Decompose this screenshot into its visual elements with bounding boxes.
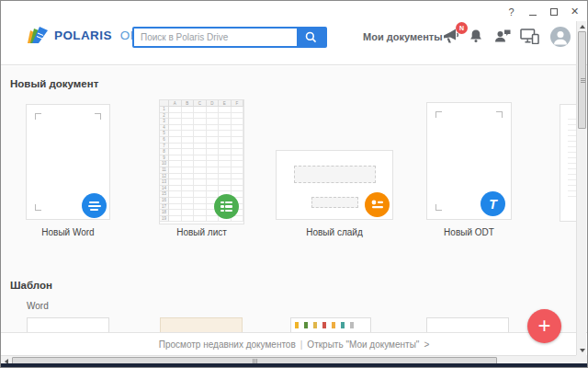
devices-icon [520,29,539,44]
bell-icon [469,29,483,43]
slide-icon [365,192,390,217]
corner-mark [496,111,503,118]
polaris-fan-icon [25,25,49,45]
open-my-documents-link[interactable]: Открыть "Мои документы" [307,339,419,350]
footer-separator: | [300,339,303,350]
template-decor-icons [295,322,354,328]
new-slide-card[interactable] [276,150,393,220]
new-document-section-title: Новый документ [10,78,98,89]
slide-subtitle-placeholder [311,197,358,208]
footer-bar: Просмотр недавних документов | Открыть "… [1,332,587,355]
maximize-icon [550,8,558,16]
slide-title-placeholder [294,166,376,183]
help-button[interactable]: ? [504,5,518,18]
scroll-down-button[interactable] [577,345,587,355]
my-documents-link[interactable]: Мои документы [363,31,443,42]
recent-documents-link[interactable]: Просмотр недавних документов [159,339,296,350]
add-document-fab[interactable]: + [527,309,561,343]
corner-mark [35,204,41,211]
template-category-label: Word [27,301,49,311]
minimize-button[interactable] [526,5,539,18]
contacts-button[interactable] [494,29,511,47]
new-sheet-card[interactable]: ABCDEF12345678910111213141516171819 [159,99,244,224]
new-word-label[interactable]: Новый Word [26,227,110,237]
app-window: ? ✕ POLARIS OFFICE Мои доку [0,0,588,368]
template-section-title: Шаблон [10,280,52,291]
maximize-button[interactable] [547,5,560,18]
corner-mark [435,111,442,118]
scroll-up-button[interactable] [577,21,587,31]
search-box [132,27,327,48]
vertical-scroll-thumb[interactable] [578,31,586,129]
person-chat-icon [494,29,511,43]
minimize-icon [529,15,537,16]
chevron-right-icon[interactable]: > [424,339,429,350]
notification-badge: N [456,22,468,34]
notifications-button[interactable] [469,29,483,47]
account-button[interactable] [550,27,571,47]
new-sheet-label[interactable]: Новый лист [159,227,244,237]
search-input[interactable] [134,29,297,46]
odt-document-icon: T [481,191,505,216]
vertical-scrollbar[interactable] [576,21,586,355]
spreadsheet-icon [214,194,239,219]
corner-mark [435,204,442,211]
plus-icon: + [537,315,550,337]
close-button[interactable]: ✕ [568,5,582,18]
new-slide-label[interactable]: Новый слайд [276,227,393,237]
new-odt-card[interactable]: T [426,102,512,220]
announcements-button[interactable]: N [442,28,460,48]
devices-button[interactable] [520,29,539,48]
taskbar-edge [1,363,587,367]
main-content: Новый документ ABCDEF1234567891011121314… [1,66,587,332]
corner-mark [35,113,41,120]
corner-mark [95,113,101,120]
logo-text-primary: POLARIS [54,29,112,42]
window-controls: ? ✕ [504,5,582,18]
avatar-person-icon [550,27,571,47]
new-odt-label[interactable]: Новый ODT [426,227,512,237]
new-word-card[interactable] [26,104,110,220]
word-document-icon [82,193,107,218]
search-icon [304,30,318,44]
search-button[interactable] [297,29,325,46]
app-header: POLARIS OFFICE Мои документы N [1,1,587,65]
